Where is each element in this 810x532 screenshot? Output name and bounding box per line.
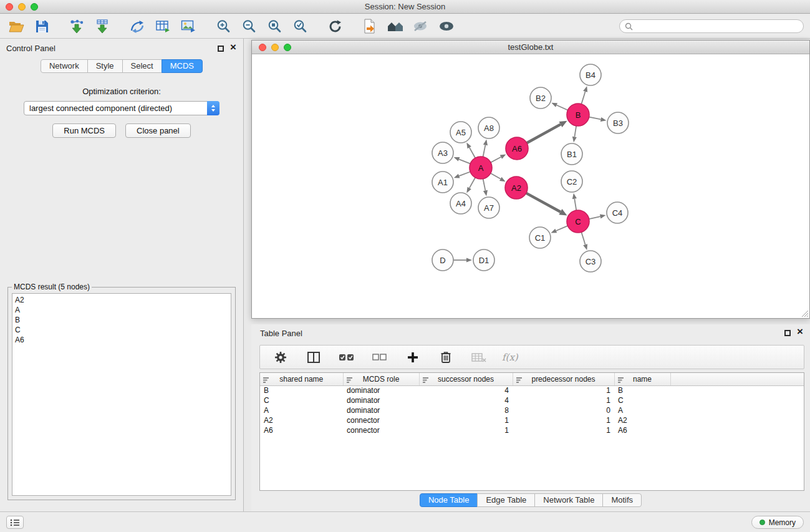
graph-edge-A-A6[interactable] (490, 157, 501, 163)
import-table-from-file-button[interactable] (92, 16, 112, 36)
graph-node-A3[interactable]: A3 (432, 142, 453, 163)
graph-node-A5[interactable]: A5 (450, 122, 471, 143)
network-canvas[interactable]: B4B2BB3A5A8A6B1A3AC2A1A2A4A7C4CC1C3DD1 (252, 54, 809, 318)
zoom-selected-button[interactable] (290, 16, 310, 36)
column-header-successor-nodes[interactable]: successor nodes (419, 373, 513, 385)
minimize-window-button[interactable] (18, 3, 26, 11)
add-row-button[interactable] (403, 347, 423, 367)
column-header-name[interactable]: name (614, 373, 670, 385)
table-cell[interactable]: A (614, 405, 670, 415)
tab-network-table[interactable]: Network Table (534, 493, 603, 507)
tab-node-table[interactable]: Node Table (420, 493, 478, 507)
delete-row-button[interactable] (436, 347, 456, 367)
table-cell[interactable]: 1 (513, 415, 614, 425)
graph-node-C2[interactable]: C2 (561, 171, 582, 192)
graph-node-A2[interactable]: A2 (505, 177, 528, 199)
zoom-out-button[interactable] (239, 16, 259, 36)
mcds-result-item[interactable]: A (15, 305, 228, 315)
table-row[interactable]: Adominator80A (260, 405, 804, 415)
export-image-button[interactable] (178, 16, 198, 36)
tab-style[interactable]: Style (87, 59, 123, 73)
close-panel-button-2[interactable]: Close panel (125, 123, 191, 138)
table-cell[interactable]: B (614, 385, 670, 395)
graph-node-A1[interactable]: A1 (432, 172, 453, 193)
table-cell[interactable]: 1 (419, 425, 513, 435)
graph-edge-A2-C[interactable] (526, 193, 561, 212)
graph-node-B4[interactable]: B4 (580, 64, 601, 85)
table-settings-button[interactable] (271, 347, 291, 367)
graph-node-C1[interactable]: C1 (529, 227, 551, 248)
graph-edge-B-B3[interactable] (589, 117, 601, 119)
graph-edge-A-A5[interactable] (470, 147, 476, 158)
table-cell[interactable]: C (260, 395, 343, 405)
zoom-window-button[interactable] (31, 3, 38, 11)
graph-edge-B-B1[interactable] (574, 125, 576, 137)
graph-node-D1[interactable]: D1 (473, 249, 494, 271)
new-network-button[interactable] (127, 16, 147, 36)
network-zoom-button[interactable] (284, 44, 291, 51)
unselect-all-button[interactable] (370, 347, 390, 367)
graph-edge-A-A4[interactable] (470, 177, 476, 188)
graph-edge-A-A8[interactable] (483, 145, 485, 157)
column-header-predecessor-nodes[interactable]: predecessor nodes (513, 373, 614, 385)
graph-node-B[interactable]: B (567, 104, 589, 126)
graph-node-A6[interactable]: A6 (506, 137, 528, 160)
tab-select[interactable]: Select (122, 59, 162, 73)
graph-edge-A-A2[interactable] (490, 173, 501, 179)
table-cell[interactable]: 0 (513, 405, 614, 415)
close-table-panel-button[interactable]: × (797, 325, 803, 339)
mcds-result-item[interactable]: C (15, 325, 228, 335)
search-box[interactable] (619, 19, 804, 33)
memory-button[interactable]: Memory (751, 516, 804, 529)
mcds-result-list[interactable]: A2ABCA6 (12, 293, 231, 496)
graph-edge-B-B2[interactable] (557, 105, 569, 111)
graph-edge-A-A7[interactable] (483, 178, 485, 191)
graph-node-C[interactable]: C (567, 210, 589, 233)
graph-node-D[interactable]: D (432, 249, 453, 271)
run-mcds-button[interactable]: Run MCDS (52, 123, 116, 138)
graph-edge-B-B4[interactable] (581, 92, 586, 105)
save-session-button[interactable] (32, 16, 52, 36)
table-row[interactable]: Cdominator41C (260, 395, 804, 405)
graph-edge-A-A3[interactable] (459, 159, 471, 163)
mcds-result-item[interactable]: B (15, 315, 228, 325)
optimization-criterion-select[interactable]: largest connected component (directed) (24, 101, 219, 115)
select-all-button[interactable] (337, 347, 357, 367)
graph-node-A[interactable]: A (470, 157, 492, 179)
function-builder-button[interactable]: f(x) (502, 347, 518, 367)
graph-edge-A6-B[interactable] (526, 124, 561, 143)
table-cell[interactable]: 1 (513, 395, 614, 405)
task-history-button[interactable] (6, 516, 24, 529)
hide-annotations-button[interactable] (411, 16, 431, 36)
open-session-button[interactable] (6, 16, 26, 36)
graph-node-A4[interactable]: A4 (450, 193, 471, 214)
network-close-button[interactable] (259, 44, 266, 51)
tab-edge-table[interactable]: Edge Table (477, 493, 535, 507)
import-session-button[interactable] (360, 16, 380, 36)
table-cell[interactable]: 1 (419, 415, 513, 425)
graph-node-B1[interactable]: B1 (561, 143, 582, 165)
node-table-grid[interactable]: shared nameMCDS rolesuccessor nodesprede… (260, 373, 804, 435)
graph-edge-C-C2[interactable] (574, 199, 576, 211)
delete-table-button[interactable] (469, 347, 489, 367)
show-columns-button[interactable] (304, 347, 324, 367)
table-cell[interactable]: dominator (343, 385, 419, 395)
table-cell[interactable]: 4 (419, 395, 513, 405)
column-header-shared-name[interactable]: shared name (260, 373, 343, 385)
tab-network[interactable]: Network (41, 59, 88, 73)
network-graph[interactable]: B4B2BB3A5A8A6B1A3AC2A1A2A4A7C4CC1C3DD1 (252, 54, 809, 318)
zoom-fit-button[interactable] (264, 16, 284, 36)
table-cell[interactable]: A (260, 405, 343, 415)
graph-node-B2[interactable]: B2 (530, 87, 551, 109)
table-row[interactable]: A2connector11A2 (260, 415, 804, 425)
table-cell[interactable]: A2 (260, 415, 343, 425)
float-table-panel-button[interactable] (784, 330, 791, 336)
table-cell[interactable]: 1 (513, 425, 614, 435)
mcds-result-item[interactable]: A2 (15, 295, 228, 305)
graph-edge-C-C1[interactable] (556, 226, 569, 231)
table-cell[interactable]: B (260, 385, 343, 395)
graph-node-A8[interactable]: A8 (478, 117, 499, 138)
network-minimize-button[interactable] (271, 44, 279, 51)
table-cell[interactable]: 1 (513, 385, 614, 395)
table-cell[interactable]: connector (343, 415, 419, 425)
